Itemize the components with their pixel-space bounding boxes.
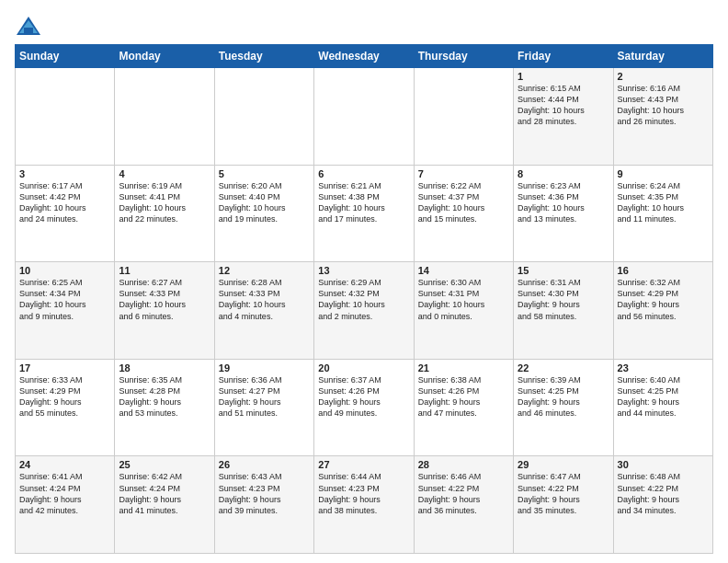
day-number: 10 xyxy=(19,265,110,276)
calendar-cell: 14Sunrise: 6:30 AM Sunset: 4:31 PM Dayli… xyxy=(414,262,513,360)
day-number: 21 xyxy=(418,362,509,373)
day-info: Sunrise: 6:22 AM Sunset: 4:37 PM Dayligh… xyxy=(418,180,509,225)
svg-rect-2 xyxy=(24,28,33,35)
day-info: Sunrise: 6:27 AM Sunset: 4:33 PM Dayligh… xyxy=(119,277,210,322)
day-number: 27 xyxy=(318,459,409,470)
day-number: 6 xyxy=(318,168,409,179)
day-number: 20 xyxy=(318,362,409,373)
calendar-cell: 7Sunrise: 6:22 AM Sunset: 4:37 PM Daylig… xyxy=(414,165,513,262)
day-info: Sunrise: 6:21 AM Sunset: 4:38 PM Dayligh… xyxy=(318,180,409,225)
day-number: 4 xyxy=(119,168,210,179)
calendar-cell: 19Sunrise: 6:36 AM Sunset: 4:27 PM Dayli… xyxy=(214,359,313,456)
calendar-cell: 20Sunrise: 6:37 AM Sunset: 4:26 PM Dayli… xyxy=(314,359,414,456)
calendar-header-monday: Monday xyxy=(115,45,214,68)
day-info: Sunrise: 6:48 AM Sunset: 4:22 PM Dayligh… xyxy=(618,471,709,516)
calendar-week-4: 17Sunrise: 6:33 AM Sunset: 4:29 PM Dayli… xyxy=(16,359,713,456)
calendar-cell: 29Sunrise: 6:47 AM Sunset: 4:22 PM Dayli… xyxy=(514,456,613,554)
calendar-cell xyxy=(314,68,414,166)
calendar-week-1: 1Sunrise: 6:15 AM Sunset: 4:44 PM Daylig… xyxy=(16,68,713,166)
calendar-header-saturday: Saturday xyxy=(613,45,712,68)
calendar-cell xyxy=(16,68,115,166)
calendar-cell: 16Sunrise: 6:32 AM Sunset: 4:29 PM Dayli… xyxy=(613,262,712,360)
logo xyxy=(15,15,44,37)
header xyxy=(15,15,713,37)
day-info: Sunrise: 6:46 AM Sunset: 4:22 PM Dayligh… xyxy=(418,471,509,516)
calendar-cell: 1Sunrise: 6:15 AM Sunset: 4:44 PM Daylig… xyxy=(514,68,613,166)
day-number: 12 xyxy=(219,265,310,276)
day-number: 2 xyxy=(618,71,709,82)
day-number: 24 xyxy=(19,459,110,470)
day-info: Sunrise: 6:38 AM Sunset: 4:26 PM Dayligh… xyxy=(418,374,509,419)
calendar-cell: 22Sunrise: 6:39 AM Sunset: 4:25 PM Dayli… xyxy=(514,359,613,456)
day-info: Sunrise: 6:17 AM Sunset: 4:42 PM Dayligh… xyxy=(19,180,110,225)
day-number: 9 xyxy=(618,168,709,179)
calendar-week-2: 3Sunrise: 6:17 AM Sunset: 4:42 PM Daylig… xyxy=(16,165,713,262)
day-number: 30 xyxy=(618,459,709,470)
calendar-cell: 26Sunrise: 6:43 AM Sunset: 4:23 PM Dayli… xyxy=(214,456,313,554)
day-info: Sunrise: 6:16 AM Sunset: 4:43 PM Dayligh… xyxy=(618,83,709,128)
calendar-cell xyxy=(414,68,513,166)
day-info: Sunrise: 6:41 AM Sunset: 4:24 PM Dayligh… xyxy=(19,471,110,516)
page: SundayMondayTuesdayWednesdayThursdayFrid… xyxy=(0,0,728,563)
calendar-cell: 17Sunrise: 6:33 AM Sunset: 4:29 PM Dayli… xyxy=(16,359,115,456)
day-info: Sunrise: 6:24 AM Sunset: 4:35 PM Dayligh… xyxy=(618,180,709,225)
day-info: Sunrise: 6:32 AM Sunset: 4:29 PM Dayligh… xyxy=(618,277,709,322)
calendar-cell xyxy=(214,68,313,166)
calendar-cell: 18Sunrise: 6:35 AM Sunset: 4:28 PM Dayli… xyxy=(115,359,214,456)
day-number: 29 xyxy=(518,459,609,470)
day-info: Sunrise: 6:28 AM Sunset: 4:33 PM Dayligh… xyxy=(219,277,310,322)
day-number: 8 xyxy=(518,168,609,179)
day-number: 23 xyxy=(618,362,709,373)
day-info: Sunrise: 6:39 AM Sunset: 4:25 PM Dayligh… xyxy=(518,374,609,419)
day-number: 15 xyxy=(518,265,609,276)
calendar-cell: 10Sunrise: 6:25 AM Sunset: 4:34 PM Dayli… xyxy=(16,262,115,360)
day-number: 11 xyxy=(119,265,210,276)
day-info: Sunrise: 6:40 AM Sunset: 4:25 PM Dayligh… xyxy=(618,374,709,419)
day-number: 5 xyxy=(219,168,310,179)
day-number: 7 xyxy=(418,168,509,179)
day-info: Sunrise: 6:37 AM Sunset: 4:26 PM Dayligh… xyxy=(318,374,409,419)
day-number: 18 xyxy=(119,362,210,373)
logo-icon xyxy=(15,15,42,37)
day-number: 1 xyxy=(518,71,609,82)
calendar-cell: 8Sunrise: 6:23 AM Sunset: 4:36 PM Daylig… xyxy=(514,165,613,262)
calendar-cell: 24Sunrise: 6:41 AM Sunset: 4:24 PM Dayli… xyxy=(16,456,115,554)
day-number: 14 xyxy=(418,265,509,276)
day-info: Sunrise: 6:19 AM Sunset: 4:41 PM Dayligh… xyxy=(119,180,210,225)
calendar-cell: 28Sunrise: 6:46 AM Sunset: 4:22 PM Dayli… xyxy=(414,456,513,554)
calendar-week-5: 24Sunrise: 6:41 AM Sunset: 4:24 PM Dayli… xyxy=(16,456,713,554)
day-number: 17 xyxy=(19,362,110,373)
calendar-cell: 3Sunrise: 6:17 AM Sunset: 4:42 PM Daylig… xyxy=(16,165,115,262)
day-info: Sunrise: 6:31 AM Sunset: 4:30 PM Dayligh… xyxy=(518,277,609,322)
day-info: Sunrise: 6:35 AM Sunset: 4:28 PM Dayligh… xyxy=(119,374,210,419)
day-number: 28 xyxy=(418,459,509,470)
calendar-table: SundayMondayTuesdayWednesdayThursdayFrid… xyxy=(15,44,713,554)
day-info: Sunrise: 6:30 AM Sunset: 4:31 PM Dayligh… xyxy=(418,277,509,322)
day-info: Sunrise: 6:43 AM Sunset: 4:23 PM Dayligh… xyxy=(219,471,310,516)
calendar-header-thursday: Thursday xyxy=(414,45,513,68)
calendar-cell: 5Sunrise: 6:20 AM Sunset: 4:40 PM Daylig… xyxy=(214,165,313,262)
day-number: 13 xyxy=(318,265,409,276)
day-number: 16 xyxy=(618,265,709,276)
calendar-cell: 9Sunrise: 6:24 AM Sunset: 4:35 PM Daylig… xyxy=(613,165,712,262)
calendar-week-3: 10Sunrise: 6:25 AM Sunset: 4:34 PM Dayli… xyxy=(16,262,713,360)
day-info: Sunrise: 6:25 AM Sunset: 4:34 PM Dayligh… xyxy=(19,277,110,322)
calendar-header-sunday: Sunday xyxy=(16,45,115,68)
day-number: 22 xyxy=(518,362,609,373)
day-number: 3 xyxy=(19,168,110,179)
day-info: Sunrise: 6:15 AM Sunset: 4:44 PM Dayligh… xyxy=(518,83,609,128)
calendar-cell: 13Sunrise: 6:29 AM Sunset: 4:32 PM Dayli… xyxy=(314,262,414,360)
calendar-cell: 21Sunrise: 6:38 AM Sunset: 4:26 PM Dayli… xyxy=(414,359,513,456)
day-info: Sunrise: 6:20 AM Sunset: 4:40 PM Dayligh… xyxy=(219,180,310,225)
calendar-cell: 25Sunrise: 6:42 AM Sunset: 4:24 PM Dayli… xyxy=(115,456,214,554)
day-number: 26 xyxy=(219,459,310,470)
day-info: Sunrise: 6:47 AM Sunset: 4:22 PM Dayligh… xyxy=(518,471,609,516)
calendar-header-friday: Friday xyxy=(514,45,613,68)
calendar-header-wednesday: Wednesday xyxy=(314,45,414,68)
calendar-cell: 30Sunrise: 6:48 AM Sunset: 4:22 PM Dayli… xyxy=(613,456,712,554)
day-info: Sunrise: 6:36 AM Sunset: 4:27 PM Dayligh… xyxy=(219,374,310,419)
calendar-cell: 23Sunrise: 6:40 AM Sunset: 4:25 PM Dayli… xyxy=(613,359,712,456)
calendar-cell xyxy=(115,68,214,166)
calendar-cell: 2Sunrise: 6:16 AM Sunset: 4:43 PM Daylig… xyxy=(613,68,712,166)
day-number: 19 xyxy=(219,362,310,373)
